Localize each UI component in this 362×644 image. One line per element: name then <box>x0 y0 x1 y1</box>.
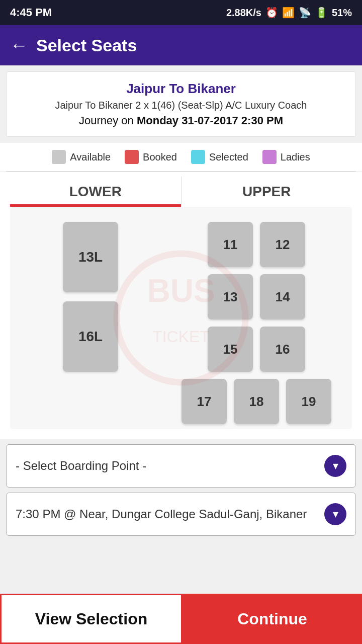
dropoff-dropdown-row[interactable]: 7:30 PM @ Near, Dungar College Sadul-Gan… <box>7 493 355 535</box>
svg-text:TICKET: TICKET <box>152 328 210 346</box>
dropoff-dropdown[interactable]: 7:30 PM @ Near, Dungar College Sadul-Gan… <box>6 493 356 536</box>
back-button[interactable]: ← <box>10 35 28 56</box>
selected-box <box>191 150 205 164</box>
coach-area: BUS TICKET 13L 16L 11 12 13 14 15 16 <box>10 207 352 429</box>
page-title: Select Seats <box>36 36 137 55</box>
selected-label: Selected <box>209 151 248 163</box>
watermark: BUS TICKET <box>101 237 261 398</box>
tab-upper[interactable]: UPPER <box>182 177 352 207</box>
dropoff-text: 7:30 PM @ Near, Dungar College Sadul-Gan… <box>16 506 307 523</box>
available-box <box>52 150 66 164</box>
journey-label: Journey on <box>79 114 134 127</box>
ladies-label: Ladies <box>281 151 310 163</box>
journey-info: Journey on Monday 31-07-2017 2:30 PM <box>16 114 346 127</box>
bottom-spacer <box>0 541 362 596</box>
network-speed: 2.88K/s <box>226 7 261 19</box>
seat-area: LOWER UPPER BUS TICKET 13L 16L 11 12 13 … <box>0 172 362 439</box>
boarding-dropdown[interactable]: - Select Boarding Point - ▾ <box>6 444 356 488</box>
booked-label: Booked <box>143 151 177 163</box>
battery-percent: 51% <box>332 7 352 19</box>
journey-date: Monday 31-07-2017 2:30 PM <box>137 114 283 127</box>
seat-16[interactable]: 16 <box>260 327 305 372</box>
header: ← Select Seats <box>0 25 362 65</box>
status-bar: 4:45 PM 2.88K/s ⏰ 📶 📡 🔋 51% <box>0 0 362 25</box>
seat-tabs: LOWER UPPER <box>10 177 352 207</box>
bottom-buttons: View Selection Continue <box>0 594 362 644</box>
seat-14[interactable]: 14 <box>260 274 305 319</box>
alarm-icon: ⏰ <box>265 7 278 19</box>
signal-icon: 📡 <box>299 7 311 19</box>
boarding-chevron-icon: ▾ <box>324 455 346 477</box>
svg-text:BUS: BUS <box>147 273 215 309</box>
tab-lower[interactable]: LOWER <box>10 177 181 207</box>
legend-ladies: Ladies <box>262 150 310 164</box>
seat-12[interactable]: 12 <box>260 222 305 267</box>
ladies-box <box>262 150 277 164</box>
available-label: Available <box>70 151 111 163</box>
legend-selected: Selected <box>191 150 248 164</box>
route-name: Jaipur To Bikaner <box>16 81 346 97</box>
route-detail: Jaipur To Bikaner 2 x 1(46) (Seat-Slp) A… <box>16 100 346 111</box>
status-time: 4:45 PM <box>10 6 52 19</box>
view-selection-button[interactable]: View Selection <box>0 594 183 644</box>
dropoff-chevron-icon: ▾ <box>324 503 346 525</box>
boarding-dropdown-row[interactable]: - Select Boarding Point - ▾ <box>7 445 355 487</box>
seat-19[interactable]: 19 <box>286 379 331 424</box>
wifi-icon: 📶 <box>282 7 295 19</box>
continue-button[interactable]: Continue <box>183 594 362 644</box>
route-card: Jaipur To Bikaner Jaipur To Bikaner 2 x … <box>6 71 356 137</box>
battery-icon: 🔋 <box>315 7 328 19</box>
legend: Available Booked Selected Ladies <box>0 143 362 171</box>
legend-booked: Booked <box>125 150 177 164</box>
booked-box <box>125 150 139 164</box>
boarding-placeholder: - Select Boarding Point - <box>16 459 146 473</box>
legend-available: Available <box>52 150 111 164</box>
